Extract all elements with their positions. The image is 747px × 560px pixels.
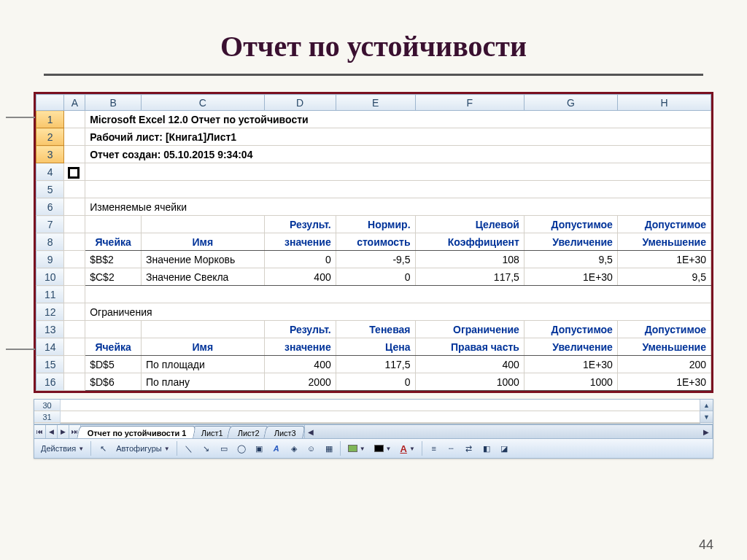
var0-up[interactable]: 9,5 bbox=[524, 251, 617, 268]
var1-coef[interactable]: 117,5 bbox=[415, 268, 524, 286]
scroll-up-icon[interactable]: ▲ bbox=[700, 400, 713, 411]
var0-res[interactable]: 0 bbox=[264, 251, 336, 268]
sheet-nav-first-icon[interactable]: ⏮ bbox=[34, 425, 46, 438]
row-header-5[interactable]: 5 bbox=[36, 181, 64, 198]
sheet-tab-1[interactable]: Лист1 bbox=[190, 426, 233, 438]
var1-up[interactable]: 1E+30 bbox=[524, 268, 617, 286]
var0-cell[interactable]: $B$2 bbox=[85, 251, 142, 268]
bottom-grid-fill[interactable] bbox=[61, 400, 700, 424]
col-header-e[interactable]: E bbox=[336, 95, 415, 111]
font-color-button[interactable]: A▼ bbox=[396, 440, 418, 456]
report-header-1[interactable]: Microsoft Excel 12.0 Отчет по устойчивос… bbox=[85, 111, 711, 128]
var1-down[interactable]: 9,5 bbox=[617, 268, 711, 286]
dash-style-icon[interactable]: ┄ bbox=[444, 440, 460, 456]
shadow-style-icon[interactable]: ◧ bbox=[479, 440, 495, 456]
con1-shadow[interactable]: 0 bbox=[336, 373, 415, 391]
col-header-b[interactable]: B bbox=[85, 95, 142, 111]
hdr-e7[interactable]: Нормир. bbox=[336, 216, 415, 233]
col-header-g[interactable]: G bbox=[524, 95, 617, 111]
sheet-nav-next-icon[interactable]: ▶ bbox=[58, 425, 69, 438]
line-weight-icon[interactable]: ≡ bbox=[426, 440, 442, 456]
section-2-label[interactable]: Ограничения bbox=[85, 303, 711, 321]
hdr-e13[interactable]: Теневая bbox=[336, 321, 415, 338]
var0-coef[interactable]: 108 bbox=[415, 251, 524, 268]
row-header-14[interactable]: 14 bbox=[36, 338, 64, 356]
var1-res[interactable]: 400 bbox=[264, 268, 336, 286]
hdr-e8[interactable]: стоимость bbox=[336, 233, 415, 251]
var0-norm[interactable]: -9,5 bbox=[336, 251, 415, 268]
scroll-right-icon[interactable]: ▶ bbox=[700, 428, 712, 436]
autoshapes-menu-button[interactable]: Автофигуры▼ bbox=[112, 440, 174, 456]
clipart-tool-icon[interactable]: ☺ bbox=[303, 440, 320, 456]
col-header-c[interactable]: C bbox=[142, 95, 265, 111]
sheet-tab-2[interactable]: Лист2 bbox=[227, 426, 269, 438]
con1-down[interactable]: 1E+30 bbox=[617, 373, 711, 391]
sheet-tab-0[interactable]: Отчет по устойчивости 1 bbox=[77, 426, 196, 438]
sheet-nav-prev-icon[interactable]: ◀ bbox=[46, 425, 58, 438]
con1-rhs[interactable]: 1000 bbox=[415, 373, 524, 391]
hdr-h8[interactable]: Уменьшение bbox=[617, 233, 711, 251]
con0-rhs[interactable]: 400 bbox=[415, 356, 524, 373]
row-header-9[interactable]: 9 bbox=[36, 251, 64, 268]
row-header-30[interactable]: 30 bbox=[34, 400, 60, 411]
hdr-d13[interactable]: Результ. bbox=[264, 321, 336, 338]
var1-cell[interactable]: $C$2 bbox=[85, 268, 142, 286]
row-header-10[interactable]: 10 bbox=[36, 268, 64, 286]
col-header-d[interactable]: D bbox=[264, 95, 336, 111]
row-header-11[interactable]: 11 bbox=[36, 286, 64, 303]
col-header-f[interactable]: F bbox=[415, 95, 524, 111]
section-1-label[interactable]: Изменяемые ячейки bbox=[85, 198, 711, 216]
col-header-a[interactable]: A bbox=[64, 95, 85, 111]
hdr-d14[interactable]: значение bbox=[264, 338, 336, 356]
var0-name[interactable]: Значение Морковь bbox=[142, 251, 265, 268]
3d-style-icon[interactable]: ◪ bbox=[496, 440, 512, 456]
hdr-b14[interactable]: Ячейка bbox=[85, 338, 142, 356]
line-tool-icon[interactable]: ＼ bbox=[181, 440, 197, 456]
row-header-31[interactable]: 31 bbox=[34, 411, 60, 423]
con0-down[interactable]: 200 bbox=[617, 356, 711, 373]
row-header-8[interactable]: 8 bbox=[36, 233, 64, 251]
con0-name[interactable]: По площади bbox=[142, 356, 265, 373]
hdr-d8[interactable]: значение bbox=[264, 233, 336, 251]
con0-shadow[interactable]: 117,5 bbox=[336, 356, 415, 373]
var1-norm[interactable]: 0 bbox=[336, 268, 415, 286]
hdr-c8[interactable]: Имя bbox=[142, 233, 265, 251]
actions-menu-button[interactable]: Действия▼ bbox=[37, 440, 88, 456]
con0-cell[interactable]: $D$5 bbox=[85, 356, 142, 373]
hdr-c14[interactable]: Имя bbox=[142, 338, 265, 356]
hdr-e14[interactable]: Цена bbox=[336, 338, 415, 356]
oval-tool-icon[interactable]: ◯ bbox=[233, 440, 249, 456]
hdr-f13[interactable]: Ограничение bbox=[415, 321, 524, 338]
row-header-3[interactable]: 3 bbox=[36, 146, 64, 163]
row-header-1[interactable]: 1 bbox=[36, 111, 64, 128]
hdr-g14[interactable]: Увеличение bbox=[524, 338, 617, 356]
report-header-3[interactable]: Отчет создан: 05.10.2015 9:34:04 bbox=[85, 146, 711, 163]
row-header-13[interactable]: 13 bbox=[36, 321, 64, 338]
hdr-f14[interactable]: Правая часть bbox=[415, 338, 524, 356]
picture-tool-icon[interactable]: ▦ bbox=[321, 440, 337, 456]
hdr-f7[interactable]: Целевой bbox=[415, 216, 524, 233]
var1-name[interactable]: Значение Свекла bbox=[142, 268, 265, 286]
row-header-4[interactable]: 4 bbox=[36, 163, 64, 181]
con1-up[interactable]: 1000 bbox=[524, 373, 617, 391]
col-header-h[interactable]: H bbox=[617, 95, 711, 111]
con0-res[interactable]: 400 bbox=[264, 356, 336, 373]
con0-up[interactable]: 1E+30 bbox=[524, 356, 617, 373]
var0-down[interactable]: 1E+30 bbox=[617, 251, 711, 268]
hdr-b8[interactable]: Ячейка bbox=[85, 233, 142, 251]
select-arrow-icon[interactable]: ↖ bbox=[95, 440, 111, 456]
con1-cell[interactable]: $D$6 bbox=[85, 373, 142, 391]
scroll-left-icon[interactable]: ◀ bbox=[305, 428, 317, 436]
hdr-g8[interactable]: Увеличение bbox=[524, 233, 617, 251]
row-header-12[interactable]: 12 bbox=[36, 303, 64, 321]
row-header-16[interactable]: 16 bbox=[36, 373, 64, 391]
fill-color-button[interactable]: ▼ bbox=[344, 440, 369, 456]
row-header-6[interactable]: 6 bbox=[36, 198, 64, 216]
diagram-tool-icon[interactable]: ◈ bbox=[286, 440, 302, 456]
hdr-h14[interactable]: Уменьшение bbox=[617, 338, 711, 356]
row-header-15[interactable]: 15 bbox=[36, 356, 64, 373]
corner-cell[interactable] bbox=[36, 95, 64, 111]
row-header-2[interactable]: 2 bbox=[36, 128, 64, 146]
hdr-g7[interactable]: Допустимое bbox=[524, 216, 617, 233]
sheet-tab-3[interactable]: Лист3 bbox=[263, 426, 306, 438]
